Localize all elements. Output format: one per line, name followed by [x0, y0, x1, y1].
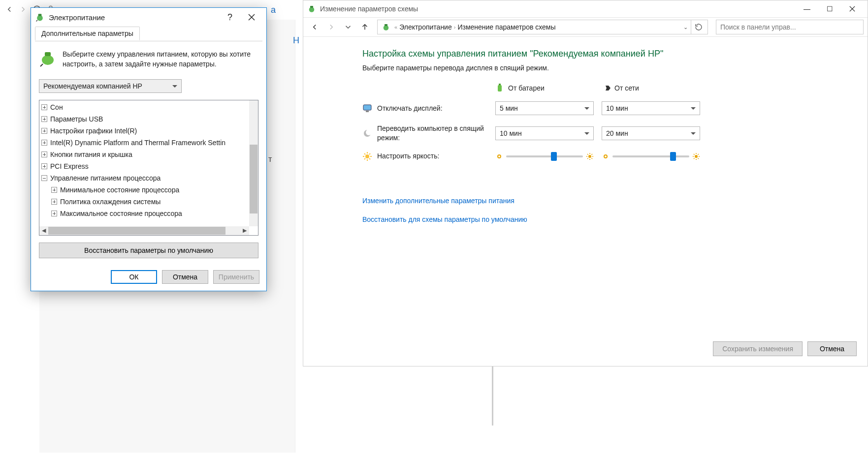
- tree-item[interactable]: Политика охлаждения системы: [39, 196, 249, 208]
- svg-rect-8: [385, 24, 387, 26]
- display-off-battery-select[interactable]: 5 мин: [495, 101, 594, 115]
- tree-item-label: Intel(R) Dynamic Platform and Thermal Fr…: [50, 139, 225, 147]
- nav-back-icon[interactable]: [307, 20, 322, 34]
- scroll-thumb-h[interactable]: [48, 227, 225, 235]
- page-title: Настройка схемы управления питанием "Рек…: [362, 49, 858, 59]
- svg-rect-9: [498, 85, 502, 91]
- battery-icon: [39, 49, 57, 67]
- restore-defaults-button[interactable]: Восстановить параметры по умолчанию: [39, 243, 258, 258]
- dialog-title: Электропитание: [49, 13, 219, 22]
- apply-button: Применить: [213, 270, 259, 284]
- nav-up-icon[interactable]: [357, 20, 372, 34]
- tree-item-label: Кнопки питания и крышка: [50, 151, 132, 158]
- bg-letter: Н: [293, 35, 299, 46]
- brightness-battery-slider[interactable]: [495, 152, 594, 160]
- label-sleep: Переводить компьютер в спящий режим:: [377, 124, 495, 143]
- power-icon: [35, 12, 45, 22]
- sun-dim-icon: [602, 152, 610, 160]
- maximize-button[interactable]: ☐: [818, 1, 841, 16]
- svg-point-1: [37, 15, 43, 21]
- save-button: Сохранить изменения: [713, 341, 803, 356]
- expand-icon[interactable]: [41, 116, 47, 122]
- cancel-button[interactable]: Отмена: [807, 341, 857, 356]
- link-advanced-settings[interactable]: Изменить дополнительные параметры питани…: [362, 197, 858, 205]
- page-subtitle: Выберите параметры перевода дисплея в сп…: [362, 64, 858, 72]
- bg-letter2: т: [268, 155, 272, 164]
- search-placeholder: Поиск в панели управ...: [720, 23, 796, 31]
- tree-item[interactable]: Максимальное состояние процессора: [39, 208, 249, 219]
- tree-scrollbar-horizontal[interactable]: ◀ ▶: [39, 226, 249, 235]
- tree-item-label: Максимальное состояние процессора: [60, 210, 182, 217]
- crumb-power[interactable]: Электропитание: [399, 23, 452, 31]
- tree-item[interactable]: Параметры USB: [39, 113, 249, 125]
- scroll-thumb[interactable]: [250, 145, 257, 213]
- close-button[interactable]: [841, 1, 864, 16]
- display-icon: [362, 103, 372, 113]
- tab-advanced[interactable]: Дополнительные параметры: [35, 27, 140, 40]
- crumb-change-plan[interactable]: Изменение параметров схемы: [457, 23, 555, 31]
- dialog-titlebar[interactable]: Электропитание ?: [31, 8, 266, 27]
- tree-item[interactable]: Настройки графики Intel(R): [39, 125, 249, 137]
- tree-item-label: Сон: [50, 103, 63, 111]
- tree-item-label: Минимальное состояние процессора: [60, 186, 179, 194]
- sleep-ac-select[interactable]: 20 мин: [602, 126, 700, 140]
- ok-button[interactable]: ОК: [111, 270, 157, 284]
- settings-tree: СонПараметры USBНастройки графики Intel(…: [39, 100, 258, 236]
- tree-item[interactable]: Минимальное состояние процессора: [39, 184, 249, 196]
- tab-strip: Дополнительные параметры: [35, 27, 262, 41]
- chevron-down-icon[interactable]: ⌄: [680, 24, 691, 30]
- scroll-left-icon[interactable]: ◀: [39, 226, 48, 235]
- svg-rect-12: [366, 111, 369, 112]
- nav-back-icon[interactable]: [5, 5, 14, 15]
- help-button[interactable]: ?: [219, 9, 241, 25]
- tree-item[interactable]: PCI Express: [39, 160, 249, 172]
- bg-tab-fragment: а: [268, 0, 302, 20]
- label-brightness: Настроить яркость:: [377, 152, 495, 161]
- breadcrumb[interactable]: « Электропитание › Изменение параметров …: [377, 20, 708, 34]
- power-plan-select[interactable]: Рекомендуемая компанией HP: [39, 79, 182, 93]
- svg-rect-4: [45, 52, 51, 56]
- link-restore-defaults[interactable]: Восстановить для схемы параметры по умол…: [362, 215, 858, 223]
- tree-item[interactable]: Intel(R) Dynamic Platform and Thermal Fr…: [39, 137, 249, 149]
- window-titlebar[interactable]: Изменение параметров схемы — ☐: [303, 0, 868, 17]
- tree-item-label: Управление питанием процессора: [50, 174, 161, 182]
- header-ac: От сети: [614, 84, 639, 92]
- tree-item[interactable]: Сон: [39, 101, 249, 113]
- header-battery: От батареи: [508, 84, 545, 92]
- brightness-ac-slider[interactable]: [602, 152, 700, 160]
- display-off-ac-select[interactable]: 10 мин: [602, 101, 700, 115]
- expand-icon[interactable]: [51, 211, 57, 216]
- expand-icon[interactable]: [51, 187, 57, 193]
- scroll-right-icon[interactable]: ▶: [240, 226, 249, 235]
- expand-icon[interactable]: [51, 199, 57, 205]
- power-icon: [382, 23, 390, 31]
- svg-point-19: [695, 155, 698, 158]
- explorer-nav-bar: « Электропитание › Изменение параметров …: [303, 17, 868, 37]
- tree-item[interactable]: Кнопки питания и крышка: [39, 149, 249, 160]
- label-display-off: Отключать дисплей:: [377, 104, 495, 113]
- svg-point-17: [588, 155, 591, 158]
- tree-item-label: PCI Express: [50, 162, 89, 170]
- tree-item[interactable]: Управление питанием процессора: [39, 172, 249, 184]
- expand-icon[interactable]: [41, 104, 47, 110]
- svg-rect-10: [499, 84, 501, 85]
- search-input[interactable]: Поиск в панели управ...: [716, 20, 864, 34]
- expand-icon[interactable]: [41, 163, 47, 169]
- close-button[interactable]: [241, 9, 262, 25]
- sun-bright-icon: [586, 152, 594, 160]
- ac-plug-icon: [602, 84, 611, 92]
- chevron-down-icon[interactable]: [341, 20, 355, 34]
- cancel-button[interactable]: Отмена: [162, 270, 208, 284]
- svg-rect-11: [363, 105, 371, 110]
- expand-icon[interactable]: [41, 152, 47, 157]
- minimize-button[interactable]: —: [796, 1, 818, 16]
- refresh-button[interactable]: [691, 20, 706, 34]
- moon-icon: [362, 128, 372, 138]
- expand-icon[interactable]: [41, 140, 47, 146]
- expand-icon[interactable]: [41, 128, 47, 134]
- collapse-icon[interactable]: [41, 175, 47, 181]
- tree-scrollbar-vertical[interactable]: [249, 100, 258, 226]
- tree-item-label: Параметры USB: [50, 115, 103, 123]
- sleep-battery-select[interactable]: 10 мин: [495, 126, 594, 140]
- window-title: Изменение параметров схемы: [320, 5, 796, 13]
